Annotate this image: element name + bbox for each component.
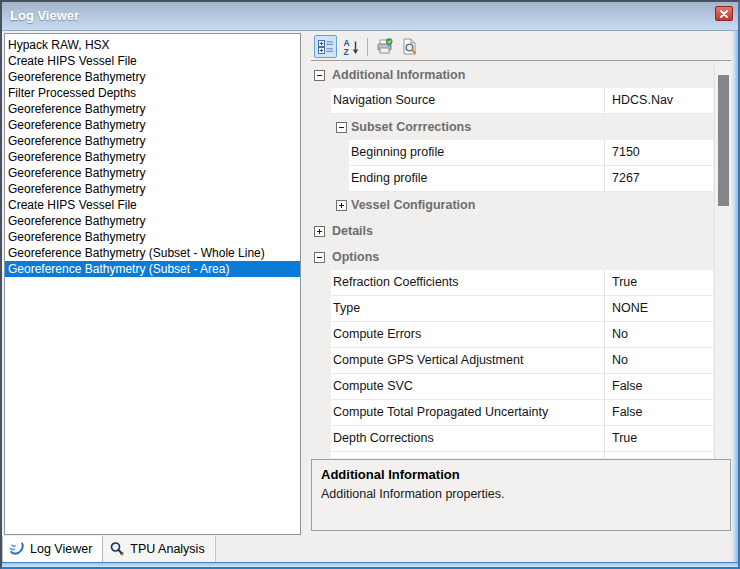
property-name[interactable]: Depth Corrections (331, 426, 605, 452)
property-name[interactable]: Ending profile (349, 166, 605, 192)
property-name[interactable]: Type (331, 296, 605, 322)
category-row[interactable]: Subset Corrrections (311, 114, 714, 140)
log-list-item[interactable]: Georeference Bathymetry (5, 181, 300, 197)
print-preview-button[interactable] (398, 35, 421, 58)
log-viewer-icon (9, 541, 25, 557)
log-list-item[interactable]: Georeference Bathymetry (5, 165, 300, 181)
property-value[interactable]: 7267 (605, 166, 713, 192)
property-row: Depth CorrectionsTrue (311, 426, 714, 452)
log-list-item[interactable]: Georeference Bathymetry (5, 69, 300, 85)
property-row: Compute ErrorsNo (311, 322, 714, 348)
log-list-item[interactable]: Create HIPS Vessel File (5, 197, 300, 213)
property-row: Beginning profile7150 (311, 140, 714, 166)
window-frame-bottom (2, 562, 738, 567)
property-value[interactable]: NONE (605, 296, 713, 322)
property-name[interactable] (331, 452, 605, 458)
categorized-icon (318, 39, 334, 55)
collapse-icon[interactable] (314, 70, 325, 81)
property-value[interactable] (605, 452, 713, 458)
log-list-item[interactable]: Georeference Bathymetry (Subset - Area) (5, 261, 300, 277)
log-list-item[interactable]: Hypack RAW, HSX (5, 37, 300, 53)
log-list-item[interactable]: Georeference Bathymetry (5, 133, 300, 149)
log-list-item[interactable]: Georeference Bathymetry (5, 213, 300, 229)
collapse-icon[interactable] (336, 122, 347, 133)
category-label: Options (332, 250, 379, 264)
sort-alphabetical-button[interactable]: A Z (339, 35, 362, 58)
category-row[interactable]: Additional Information (311, 62, 714, 88)
close-icon (720, 10, 728, 18)
categorized-button[interactable] (314, 35, 337, 58)
row-indent (311, 88, 331, 114)
log-list[interactable]: Hypack RAW, HSXCreate HIPS Vessel FileGe… (4, 33, 301, 535)
row-indent (311, 322, 331, 348)
collapse-icon[interactable] (314, 252, 325, 263)
toolbar-separator (367, 38, 368, 56)
property-name[interactable]: Refraction Coefficients (331, 270, 605, 296)
property-row: Compute GPS Vertical AdjustmentNo (311, 348, 714, 374)
row-indent (311, 348, 331, 374)
property-value[interactable]: False (605, 400, 713, 426)
log-list-item[interactable]: Georeference Bathymetry (5, 117, 300, 133)
property-grid-toolbar: A Z (311, 33, 731, 61)
property-row: Compute SVCFalse (311, 374, 714, 400)
property-panel: A Z (311, 33, 731, 535)
expand-icon[interactable] (336, 200, 347, 211)
property-name[interactable]: Compute Errors (331, 322, 605, 348)
tab-tpu-analysis[interactable]: TPU Analysis (103, 536, 215, 562)
row-indent (311, 296, 331, 322)
property-row (311, 452, 714, 458)
log-list-item[interactable]: Georeference Bathymetry (5, 229, 300, 245)
category-row[interactable]: Details (311, 218, 714, 244)
tab-log-viewer-label: Log Viewer (30, 542, 92, 556)
log-list-item[interactable]: Filter Processed Depths (5, 85, 300, 101)
row-indent (311, 374, 331, 400)
property-value[interactable]: False (605, 374, 713, 400)
property-name[interactable]: Navigation Source (331, 88, 605, 114)
log-list-item[interactable]: Create HIPS Vessel File (5, 53, 300, 69)
category-row[interactable]: Options (311, 244, 714, 270)
bottom-tabstrip: Log Viewer TPU Analysis (2, 536, 738, 562)
row-indent (311, 166, 349, 192)
property-name[interactable]: Compute GPS Vertical Adjustment (331, 348, 605, 374)
property-row: TypeNONE (311, 296, 714, 322)
property-value[interactable]: No (605, 322, 713, 348)
category-label: Vessel Configuration (351, 198, 475, 212)
log-list-item[interactable]: Georeference Bathymetry (5, 149, 300, 165)
property-name[interactable]: Compute Total Propagated Uncertainty (331, 400, 605, 426)
print-button[interactable] (373, 35, 396, 58)
tpu-analysis-icon (109, 541, 125, 557)
category-row[interactable]: Vessel Configuration (311, 192, 714, 218)
description-text: Additional Information properties. (321, 487, 721, 501)
row-indent (311, 426, 331, 452)
property-value[interactable]: HDCS.Nav (605, 88, 713, 114)
scrollbar-thumb[interactable] (718, 75, 729, 206)
property-row: Compute Total Propagated UncertaintyFals… (311, 400, 714, 426)
property-value[interactable]: 7150 (605, 140, 713, 166)
property-value[interactable]: True (605, 270, 713, 296)
log-viewer-window: Log Viewer Hypack RAW, HSXCreate HIPS Ve… (0, 0, 740, 569)
row-indent (311, 140, 349, 166)
log-list-item[interactable]: Georeference Bathymetry (5, 101, 300, 117)
property-value[interactable]: True (605, 426, 713, 452)
row-indent (311, 400, 331, 426)
svg-text:Z: Z (343, 46, 348, 55)
close-button[interactable] (715, 6, 733, 21)
property-grid-scrollbar[interactable] (714, 62, 731, 458)
category-label: Additional Information (332, 68, 465, 82)
tab-log-viewer[interactable]: Log Viewer (2, 536, 103, 562)
category-label: Subset Corrrections (351, 120, 471, 134)
window-title: Log Viewer (10, 2, 79, 30)
row-indent (311, 452, 331, 458)
log-list-item[interactable]: Georeference Bathymetry (Subset - Whole … (5, 245, 300, 261)
property-grid-rows: Additional InformationNavigation SourceH… (311, 62, 714, 458)
titlebar[interactable]: Log Viewer (2, 2, 738, 31)
print-preview-icon (401, 38, 418, 55)
property-row: Navigation SourceHDCS.Nav (311, 88, 714, 114)
property-name[interactable]: Beginning profile (349, 140, 605, 166)
expand-icon[interactable] (314, 226, 325, 237)
window-frame-right (731, 31, 738, 562)
property-row: Ending profile7267 (311, 166, 714, 192)
property-value[interactable]: No (605, 348, 713, 374)
row-indent (311, 270, 331, 296)
property-name[interactable]: Compute SVC (331, 374, 605, 400)
